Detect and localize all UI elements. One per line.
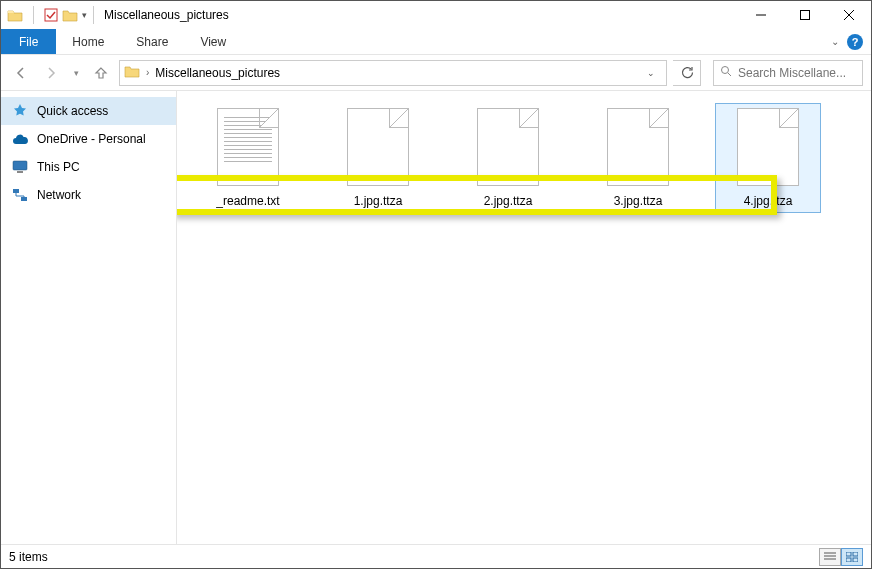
- sidebar-item-onedrive[interactable]: OneDrive - Personal: [1, 125, 176, 153]
- file-item[interactable]: 2.jpg.ttza: [455, 103, 561, 213]
- navigation-bar: ▾ › Miscellaneous_pictures ⌄: [1, 55, 871, 91]
- file-label: _readme.txt: [216, 194, 279, 208]
- svg-line-6: [728, 73, 731, 76]
- file-thumb-blank: [347, 108, 409, 186]
- svg-rect-0: [45, 9, 57, 21]
- sidebar-item-network[interactable]: Network: [1, 181, 176, 209]
- chevron-right-icon[interactable]: ›: [146, 67, 149, 78]
- svg-rect-16: [846, 558, 851, 562]
- status-item-count: 5 items: [9, 550, 48, 564]
- up-button[interactable]: [89, 61, 113, 85]
- file-grid: _readme.txt 1.jpg.ttza 2.jpg.ttza 3.jpg.…: [195, 103, 853, 213]
- file-label: 1.jpg.ttza: [354, 194, 403, 208]
- sidebar-item-this-pc[interactable]: This PC: [1, 153, 176, 181]
- ribbon-chevron-icon[interactable]: ⌄: [831, 36, 839, 47]
- divider: [33, 6, 34, 24]
- search-icon: [720, 65, 732, 80]
- file-item[interactable]: 4.jpg.ttza: [715, 103, 821, 213]
- divider: [93, 6, 94, 24]
- svg-rect-17: [853, 558, 858, 562]
- svg-rect-14: [846, 552, 851, 556]
- thumbnails-view-button[interactable]: [841, 548, 863, 566]
- back-button[interactable]: [9, 61, 33, 85]
- sidebar-item-label: OneDrive - Personal: [37, 132, 146, 146]
- qat-dropdown-icon[interactable]: ▾: [82, 10, 87, 20]
- content-pane[interactable]: _readme.txt 1.jpg.ttza 2.jpg.ttza 3.jpg.…: [177, 91, 871, 544]
- tab-home[interactable]: Home: [56, 29, 120, 54]
- quick-access-toolbar: ▾: [7, 6, 87, 24]
- window-title: Miscellaneous_pictures: [104, 8, 229, 22]
- sidebar-item-quick-access[interactable]: Quick access: [1, 97, 176, 125]
- sidebar-item-label: Network: [37, 188, 81, 202]
- svg-rect-15: [853, 552, 858, 556]
- cloud-icon: [11, 130, 29, 148]
- maximize-button[interactable]: [783, 1, 827, 29]
- folder-icon: [7, 8, 23, 22]
- address-segment[interactable]: Miscellaneous_pictures: [155, 66, 280, 80]
- help-icon[interactable]: ?: [847, 34, 863, 50]
- svg-rect-8: [17, 171, 23, 173]
- file-thumb-txt: [217, 108, 279, 186]
- tab-share[interactable]: Share: [120, 29, 184, 54]
- network-icon: [11, 186, 29, 204]
- svg-rect-7: [13, 161, 27, 170]
- address-folder-icon: [124, 64, 140, 81]
- file-label: 3.jpg.ttza: [614, 194, 663, 208]
- tab-view[interactable]: View: [184, 29, 242, 54]
- file-thumb-blank: [737, 108, 799, 186]
- body: Quick access OneDrive - Personal This PC…: [1, 91, 871, 544]
- file-item[interactable]: 1.jpg.ttza: [325, 103, 431, 213]
- svg-point-5: [722, 67, 729, 74]
- file-thumb-blank: [607, 108, 669, 186]
- monitor-icon: [11, 158, 29, 176]
- recent-dropdown-icon[interactable]: ▾: [69, 61, 83, 85]
- sidebar-item-label: This PC: [37, 160, 80, 174]
- minimize-button[interactable]: [739, 1, 783, 29]
- check-icon[interactable]: [44, 8, 58, 22]
- forward-button[interactable]: [39, 61, 63, 85]
- status-bar: 5 items: [1, 544, 871, 568]
- qat-folder-icon[interactable]: [62, 8, 78, 22]
- ribbon-tabs: File Home Share View ⌄ ?: [1, 29, 871, 55]
- file-label: 2.jpg.ttza: [484, 194, 533, 208]
- sidebar-item-label: Quick access: [37, 104, 108, 118]
- svg-rect-9: [13, 189, 19, 193]
- file-label: 4.jpg.ttza: [744, 194, 793, 208]
- svg-rect-10: [21, 197, 27, 201]
- view-toggle: [819, 548, 863, 566]
- file-thumb-blank: [477, 108, 539, 186]
- details-view-button[interactable]: [819, 548, 841, 566]
- file-item[interactable]: 3.jpg.ttza: [585, 103, 691, 213]
- explorer-window: ▾ Miscellaneous_pictures File Home Share…: [0, 0, 872, 569]
- search-box[interactable]: [713, 60, 863, 86]
- file-tab[interactable]: File: [1, 29, 56, 54]
- close-button[interactable]: [827, 1, 871, 29]
- svg-rect-2: [801, 11, 810, 20]
- refresh-button[interactable]: [673, 60, 701, 86]
- address-dropdown-icon[interactable]: ⌄: [640, 68, 662, 78]
- navigation-pane: Quick access OneDrive - Personal This PC…: [1, 91, 177, 544]
- titlebar: ▾ Miscellaneous_pictures: [1, 1, 871, 29]
- star-icon: [11, 102, 29, 120]
- search-input[interactable]: [738, 66, 856, 80]
- file-item[interactable]: _readme.txt: [195, 103, 301, 213]
- address-bar[interactable]: › Miscellaneous_pictures ⌄: [119, 60, 667, 86]
